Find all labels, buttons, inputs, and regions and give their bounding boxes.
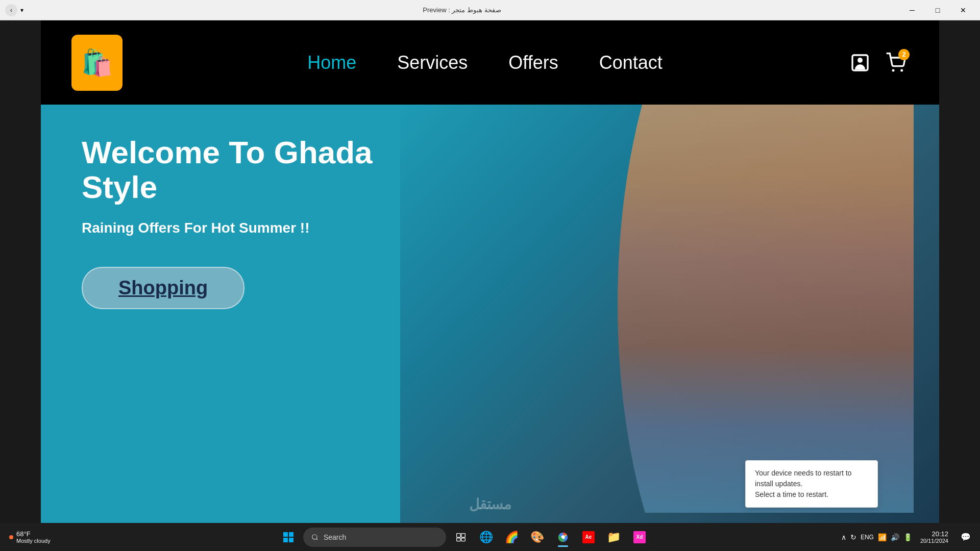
chrome-icon [557,532,569,543]
taskbar-center: Search 🌐 🌈 🎨 [87,527,841,548]
folder-icon: 📁 [607,531,621,544]
taskbar-app-chrome[interactable] [552,527,574,548]
taskview-icon [456,532,466,542]
shopping-button[interactable]: Shopping [82,267,244,309]
titlebar-window-controls: ─ □ ✕ [900,2,975,18]
taskbar-left: 68°F Mostly cloudy [5,528,87,546]
hero-content: Welcome To Ghada Style Raining Offers Fo… [82,135,439,309]
weather-temperature: 68°F [16,530,51,538]
titlebar-title: صفحة هبوط متجر : Preview [23,6,900,14]
start-button[interactable] [278,527,299,548]
svg-rect-9 [457,533,461,537]
svg-point-2 [892,69,895,71]
paint-icon: 🎨 [530,531,544,544]
notification-popup: Your device needs to restart to install … [745,460,878,508]
notification-center-button[interactable]: 💬 [957,530,975,544]
user-icon [850,53,870,73]
minimize-button[interactable]: ─ [900,2,924,18]
network-icon[interactable]: 📶 [878,533,887,541]
weather-condition: Mostly cloudy [16,538,51,544]
nav-icons: 2 [847,50,909,76]
navigation-bar: 🛍️ Home Services Offers Contact [41,20,939,105]
svg-point-3 [900,69,903,71]
globe-icon: 🌐 [479,531,493,544]
woman-silhouette [618,105,914,513]
clock-date: 20/11/2024 [920,538,948,544]
user-icon-button[interactable] [847,50,873,76]
xd-icon: Xd [633,531,646,543]
speaker-icon[interactable]: 🔊 [891,533,899,541]
browser-area: 🛍️ Home Services Offers Contact [41,20,939,523]
titlebar: ‹ ▾ صفحة هبوط متجر : Preview ─ □ ✕ [0,0,980,20]
svg-rect-5 [289,532,293,537]
svg-rect-4 [283,532,288,537]
clock[interactable]: 20:12 20/11/2024 [916,528,952,546]
search-icon [311,534,318,541]
svg-point-8 [312,534,317,539]
search-label: Search [324,533,346,541]
language-indicator[interactable]: ENG [861,534,874,541]
weather-alert-dot [9,535,13,539]
svg-rect-11 [457,538,461,541]
svg-rect-10 [461,533,465,537]
taskbar-app-globe[interactable]: 🌐 [476,527,497,548]
nav-contact[interactable]: Contact [599,52,663,73]
taskbar-app-photos[interactable]: 🌈 [501,527,523,548]
clock-time: 20:12 [920,530,948,538]
taskbar-app-folder[interactable]: 📁 [603,527,625,548]
nav-offers[interactable]: Offers [508,52,558,73]
close-button[interactable]: ✕ [951,2,975,18]
cart-badge: 2 [898,49,910,60]
taskview-button[interactable] [450,527,472,548]
taskbar-app-xd[interactable]: Xd [629,527,650,548]
watermark: مستقل [469,496,511,513]
logo-icon: 🛍️ [81,48,113,78]
weather-info: 68°F Mostly cloudy [16,530,51,544]
taskbar-app-paint[interactable]: 🎨 [527,527,548,548]
nav-links: Home Services Offers Contact [153,52,817,73]
photos-icon: 🌈 [505,531,519,544]
taskbar-right: ∧ ↻ ENG 📶 🔊 🔋 20:12 20/11/2024 💬 [841,528,975,546]
svg-rect-6 [283,538,288,542]
update-icon[interactable]: ↻ [850,533,856,541]
titlebar-back-button[interactable]: ‹ [5,4,17,16]
svg-rect-7 [289,538,293,542]
nav-home[interactable]: Home [307,52,356,73]
taskbar-app-adobe[interactable]: Ae [578,527,599,548]
system-tray: ∧ ↻ ENG 📶 🔊 🔋 [841,533,912,541]
search-bar[interactable]: Search [303,528,446,547]
hero-section: Welcome To Ghada Style Raining Offers Fo… [41,105,939,523]
taskbar: 68°F Mostly cloudy Search [0,523,980,551]
svg-point-1 [857,58,863,63]
windows-logo-icon [283,532,293,542]
hero-subtitle: Raining Offers For Hot Summer !! [82,220,439,236]
adobe-icon: Ae [582,531,595,543]
notification-text: Your device needs to restart to install … [755,469,851,498]
maximize-button[interactable]: □ [926,2,949,18]
hero-title: Welcome To Ghada Style [82,135,439,205]
logo[interactable]: 🛍️ [71,35,122,91]
chevron-up-icon[interactable]: ∧ [841,533,846,541]
titlebar-left-controls: ‹ ▾ [5,4,23,16]
nav-services[interactable]: Services [397,52,468,73]
weather-widget[interactable]: 68°F Mostly cloudy [5,528,55,546]
svg-rect-12 [461,538,465,541]
cart-icon-button[interactable]: 2 [883,50,909,76]
battery-icon[interactable]: 🔋 [903,533,912,541]
